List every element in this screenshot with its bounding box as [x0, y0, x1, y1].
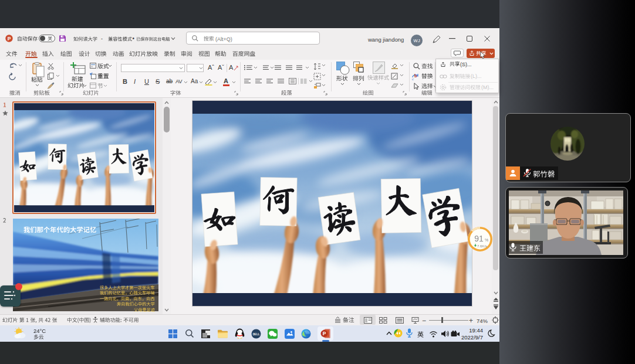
svg-text:91: 91 — [474, 234, 484, 243]
svg-text:P: P — [323, 331, 326, 336]
svg-text:c: c — [412, 77, 414, 81]
svg-text:7.6K/s: 7.6K/s — [477, 244, 487, 248]
svg-text:%: % — [485, 238, 488, 242]
svg-text:P: P — [8, 36, 11, 42]
svg-text:b: b — [414, 73, 417, 79]
svg-text:DELL: DELL — [253, 333, 260, 336]
